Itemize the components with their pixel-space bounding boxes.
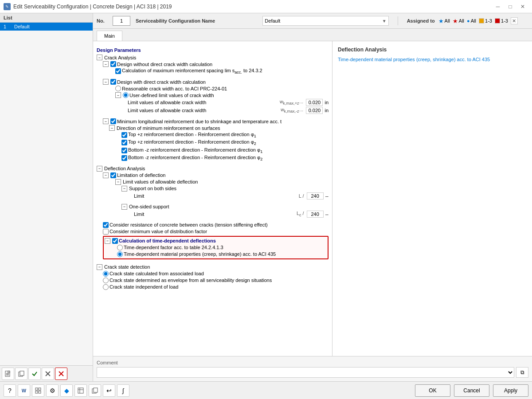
- time-factor-radio[interactable]: [117, 245, 123, 250]
- comment-copy-btn[interactable]: ⧉: [516, 367, 528, 378]
- no-input[interactable]: [113, 16, 130, 26]
- svg-rect-19: [94, 388, 98, 392]
- time-dep-expand[interactable]: −: [105, 238, 110, 244]
- grid-btn[interactable]: [32, 384, 44, 397]
- name-dropdown-arrow[interactable]: ▼: [382, 19, 387, 23]
- deflection-section-row: − Deflection Analysis: [97, 165, 329, 172]
- time-dep-sub: Time-dependent factor acc. to table 24.2…: [117, 244, 327, 258]
- delete-button[interactable]: [55, 368, 67, 380]
- time-dep-checkbox[interactable]: [112, 238, 118, 244]
- user-defined-expand[interactable]: −: [115, 92, 121, 98]
- time-factor-label: Time-dependent factor acc. to table 24.2…: [124, 245, 223, 250]
- name-input-container: Default ▼: [262, 16, 388, 26]
- limit-allowable-expand[interactable]: −: [115, 179, 121, 185]
- consider-resistance-checkbox[interactable]: [103, 222, 109, 228]
- crack-indep-label: Crack state independent of load: [110, 284, 178, 289]
- crack-state-expand[interactable]: −: [97, 264, 102, 270]
- assigned-tag-4: 1-3: [479, 18, 492, 23]
- assigned-clear-btn[interactable]: ✕: [511, 17, 518, 24]
- deflection-sub: − Limitation of deflection − Limit value…: [103, 172, 329, 259]
- star-red-icon: ★: [453, 18, 458, 24]
- no-direct-checkbox[interactable]: [110, 61, 116, 67]
- user-defined-row: − User-defined limit values of crack wid…: [115, 92, 329, 98]
- copy-button[interactable]: [15, 368, 27, 380]
- direct-expand[interactable]: −: [103, 79, 109, 85]
- bot-z2-checkbox[interactable]: [121, 155, 127, 161]
- limit-one-unit: --: [325, 211, 329, 217]
- min-long-row: − Minimum longitudinal reinforcement due…: [103, 118, 329, 125]
- crack-assoc-radio[interactable]: [103, 271, 109, 277]
- time-material-row: Time-dependent material properties (cree…: [117, 251, 327, 258]
- diamond-btn[interactable]: ◆: [60, 384, 73, 397]
- copy2-btn[interactable]: [89, 384, 101, 397]
- info-link[interactable]: Time-dependent material properties (cree…: [338, 57, 490, 62]
- maximize-button[interactable]: □: [505, 2, 516, 11]
- settings-btn[interactable]: ⚙: [46, 384, 59, 397]
- min-long-checkbox[interactable]: [110, 118, 116, 124]
- support-one-expand[interactable]: −: [121, 204, 127, 210]
- crack-indep-radio[interactable]: [103, 284, 109, 290]
- direct-checkbox[interactable]: [110, 79, 116, 85]
- word-btn[interactable]: W: [18, 384, 30, 397]
- support-both-expand[interactable]: −: [121, 186, 127, 192]
- assigned-all-2: All: [459, 18, 464, 23]
- new-button[interactable]: [2, 368, 14, 380]
- max-spacing-checkbox[interactable]: [115, 68, 121, 74]
- lim-deflection-expand[interactable]: −: [103, 172, 109, 178]
- limit-both-input[interactable]: [307, 192, 324, 200]
- top-z2-checkbox[interactable]: [121, 140, 127, 145]
- crack-state-sub: Crack state calculated from associated l…: [103, 270, 329, 290]
- assigned-tag-3: ● All: [467, 18, 476, 23]
- window-controls[interactable]: ─ □ ✕: [492, 2, 528, 11]
- reasonable-crack-radio[interactable]: [115, 86, 121, 91]
- design-params-title: Design Parameters: [97, 47, 329, 53]
- bot-z1-row: Bottom -z reinforcement direction - Rein…: [121, 147, 329, 154]
- star-blue-icon: ★: [438, 18, 444, 24]
- deflection-expand[interactable]: −: [97, 166, 102, 172]
- min-long-expand[interactable]: −: [103, 118, 109, 124]
- square-red-icon: [495, 18, 500, 23]
- svg-rect-15: [78, 388, 83, 393]
- user-defined-radio[interactable]: [123, 92, 129, 98]
- list-item[interactable]: 1 Default: [0, 23, 93, 31]
- minimize-button[interactable]: ─: [492, 2, 504, 11]
- lim-deflection-checkbox[interactable]: [110, 172, 116, 178]
- svg-rect-12: [39, 388, 41, 390]
- config-panel: Design Parameters − Crack Analysis −: [93, 41, 332, 356]
- crack-envelope-radio[interactable]: [103, 278, 109, 283]
- consider-min-checkbox[interactable]: [103, 229, 109, 235]
- cancel-button[interactable]: Cancel: [454, 384, 489, 397]
- top-z1-checkbox[interactable]: [121, 132, 127, 138]
- time-material-radio[interactable]: [117, 251, 123, 257]
- direct-row: − Design with direct crack width calcula…: [103, 78, 329, 85]
- limit-crack-1-input[interactable]: [306, 99, 323, 106]
- apply-button[interactable]: Apply: [493, 384, 528, 397]
- comment-input[interactable]: [97, 367, 514, 378]
- limit-crack-1-unit: in: [325, 100, 329, 105]
- ok-button[interactable]: OK: [415, 384, 450, 397]
- limit-crack-2-input[interactable]: [306, 107, 323, 114]
- help-btn[interactable]: ?: [4, 384, 16, 397]
- max-spacing-label: Calculation of maximum reinforcement spa…: [122, 68, 262, 74]
- check-button[interactable]: [28, 368, 41, 380]
- dir-expand[interactable]: −: [109, 125, 115, 131]
- no-direct-sub: Calculation of maximum reinforcement spa…: [115, 67, 329, 75]
- bot-z1-checkbox[interactable]: [121, 148, 127, 153]
- tab-main[interactable]: Main: [97, 31, 122, 41]
- close-button[interactable]: ✕: [517, 2, 528, 11]
- function-btn[interactable]: ∫: [117, 384, 129, 397]
- support-one-label: One-sided support: [129, 204, 169, 209]
- config-btn[interactable]: [74, 384, 87, 397]
- crack-expand[interactable]: −: [97, 55, 102, 60]
- uncheck-button[interactable]: [42, 368, 54, 380]
- support-both-row: − Support on both sides: [121, 185, 329, 192]
- no-direct-expand[interactable]: −: [103, 61, 109, 67]
- limit-one-input[interactable]: [307, 211, 324, 218]
- assigned-all-3: All: [471, 18, 476, 23]
- bot-z1-label: Bottom -z reinforcement direction - Rein…: [128, 147, 262, 154]
- limit-both-unit: --: [325, 193, 329, 199]
- circle-blue-icon: ●: [467, 18, 470, 23]
- consider-resistance-row: Consider resistance of concrete between …: [103, 222, 329, 228]
- info-title: Deflection Analysis: [338, 47, 527, 53]
- undo-btn[interactable]: ↩: [103, 384, 115, 397]
